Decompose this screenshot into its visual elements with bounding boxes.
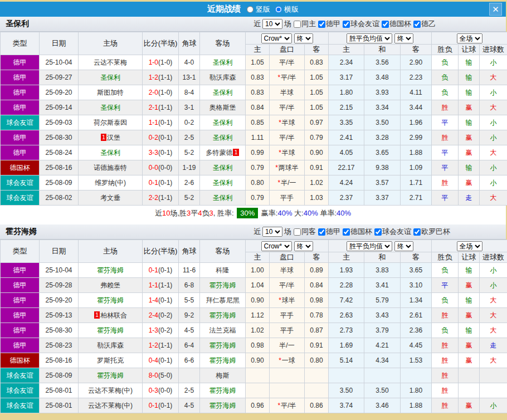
avg-draw-odds: 3.37 [364, 191, 401, 206]
corner-cell [179, 368, 200, 383]
avg-select[interactable]: 胜平负均值 [347, 33, 392, 43]
same-venue[interactable]: 同客 [291, 227, 316, 237]
handicap-result-cell: 赢 [459, 398, 480, 413]
same-venue-checkbox[interactable] [294, 21, 301, 28]
team-name-text: 科隆 [216, 266, 230, 274]
handicap-text: 平/半 [279, 104, 294, 111]
avg-away-odds: 1.88 [401, 398, 432, 413]
match-filters[interactable]: 近10场同客德甲德国杯球会友谊欧罗巴杯 [254, 227, 450, 237]
away-team-cell: 圣保利 [200, 85, 246, 100]
final-select[interactable]: 终 [294, 33, 313, 43]
league-filter-2[interactable]: 德国杯 [379, 19, 411, 29]
fulltime-score: 1-2 [149, 341, 158, 349]
games-label: 场 [284, 19, 291, 29]
fulltime-score: 8-0 [149, 372, 158, 379]
home-team-cell: 维罗纳(中) [79, 175, 143, 191]
layout-radio-vertical[interactable] [247, 6, 254, 13]
team-name-text: 奥格斯堡 [209, 104, 236, 111]
match-row: 德甲25-08-23勒沃库森1-2(1-1)6-4霍芬海姆0.98半/一0.91… [1, 338, 507, 353]
league-filter-2-checkbox[interactable] [374, 228, 382, 236]
avg-draw-odds: 3.83 [364, 263, 401, 278]
fulltime-select[interactable]: 全场 [457, 241, 482, 251]
same-venue-checkbox[interactable] [294, 228, 301, 236]
handicap-cell: *平/半 [270, 398, 305, 413]
match-count-select[interactable]: 10 [262, 227, 282, 237]
crow-away-odds [305, 383, 329, 398]
match-count-select[interactable]: 10 [262, 19, 282, 29]
avg-draw-odds: 4.34 [364, 353, 401, 368]
team-name-text: 圣保利 [213, 164, 233, 172]
odds-group-0: Crow*终 [246, 32, 329, 45]
handicap-cell: 平/半 [270, 55, 305, 70]
league-filter-3[interactable]: 德乙 [411, 19, 436, 29]
score-cell: 0-3(0-0) [143, 383, 179, 398]
handicap-text: 半球 [282, 119, 295, 126]
col-header-0: 类型 [1, 32, 40, 55]
fulltime-score: 2-4 [149, 311, 158, 319]
layout-radio-vertical-label[interactable]: 竖版 [256, 4, 270, 14]
home-team-cell: 考文垂 [79, 191, 143, 206]
layout-radio-horizontal[interactable] [275, 6, 282, 13]
match-row: 德甲25-10-04霍芬海姆0-1(0-1)11-6科隆1.00半球0.891.… [1, 263, 507, 278]
match-filters[interactable]: 近10场同主德甲球会友谊德国杯德乙 [254, 19, 436, 29]
halftime-score: (5-0) [158, 372, 172, 379]
same-venue[interactable]: 同主 [291, 19, 316, 29]
match-row: 德甲25-09-20霍芬海姆1-4(0-1)5-5拜仁慕尼黑0.90*球半0.9… [1, 293, 507, 308]
final-select-2[interactable]: 终 [394, 241, 413, 251]
summary-part: 30% [237, 208, 258, 218]
result-cell: 胜 [432, 338, 459, 353]
layout-radio-horizontal-label[interactable]: 横版 [284, 4, 299, 14]
league-filter-2[interactable]: 球会友谊 [372, 227, 411, 237]
score-cell: 1-0(1-0) [143, 55, 179, 70]
company-select[interactable]: Crow* [261, 33, 292, 43]
corner-cell: 5-2 [179, 145, 200, 160]
team-name-text: 圣保利 [213, 134, 233, 141]
match-row: 球会友谊25-08-09霍芬海姆8-0(5-0)梅斯胜 [1, 368, 507, 383]
score-cell: 2-4(0-2) [143, 308, 179, 323]
title-group: 近期战绩 竖版 横版 [207, 4, 299, 14]
goals-result-cell [480, 383, 507, 398]
sub-header-1: 盘口 [270, 45, 305, 55]
match-row: 德国杯25-08-16罗斯托克0-4(0-1)6-6霍芬海姆0.90*一球0.8… [1, 353, 507, 368]
final-select-2[interactable]: 终 [394, 33, 413, 43]
fulltime-select[interactable]: 全场 [457, 33, 482, 43]
company-select[interactable]: Crow* [261, 241, 292, 251]
league-filter-1[interactable]: 球会友谊 [340, 19, 379, 29]
league-filter-1-checkbox[interactable] [343, 228, 350, 236]
score-cell: 1-3(0-2) [143, 323, 179, 338]
league-filter-0[interactable]: 德甲 [316, 227, 340, 237]
crow-home-odds: 0.79 [246, 191, 270, 206]
team-name-text: 圣保利 [213, 58, 233, 66]
corner-cell: 8-4 [179, 85, 200, 100]
crow-away-odds: 0.98 [305, 293, 329, 308]
league-filter-2-checkbox[interactable] [382, 21, 389, 28]
league-filter-1[interactable]: 德国杯 [340, 227, 372, 237]
col-header-4: 角球 [179, 32, 200, 55]
league-filter-0[interactable]: 德甲 [316, 19, 340, 29]
team-name-text: 斯图加特 [97, 89, 124, 96]
goals-result-cell: 小 [480, 263, 507, 278]
league-filter-3-checkbox[interactable] [413, 21, 421, 28]
league-filter-0-checkbox[interactable] [318, 228, 325, 236]
league-filter-3[interactable]: 欧罗巴杯 [411, 227, 450, 237]
halftime-score: (0-1) [158, 179, 172, 187]
summary-part: 大: [292, 209, 304, 217]
home-team-cell: 圣保利 [79, 145, 143, 160]
avg-select[interactable]: 胜平负均值 [347, 241, 392, 251]
away-team-cell: 梅斯 [200, 368, 246, 383]
team-name-text: 霍芬海姆 [97, 372, 124, 379]
fulltime-score: 1-3 [149, 326, 158, 334]
handicap-cell [270, 383, 305, 398]
close-icon[interactable]: ✕ [489, 3, 502, 16]
type-cell: 德甲 [1, 323, 40, 338]
sub-header-6: 胜负 [432, 45, 459, 55]
league-filter-0-checkbox[interactable] [318, 21, 325, 28]
result-cell: 平 [432, 145, 459, 160]
sub-header-4: 和 [364, 252, 401, 263]
avg-away-odds: 2.71 [401, 191, 432, 206]
handicap-result-cell: 赢 [459, 130, 480, 145]
league-filter-1-checkbox[interactable] [343, 21, 350, 28]
final-select[interactable]: 终 [294, 241, 313, 251]
league-filter-3-checkbox[interactable] [413, 228, 421, 236]
handicap-text: 球半 [282, 296, 295, 304]
